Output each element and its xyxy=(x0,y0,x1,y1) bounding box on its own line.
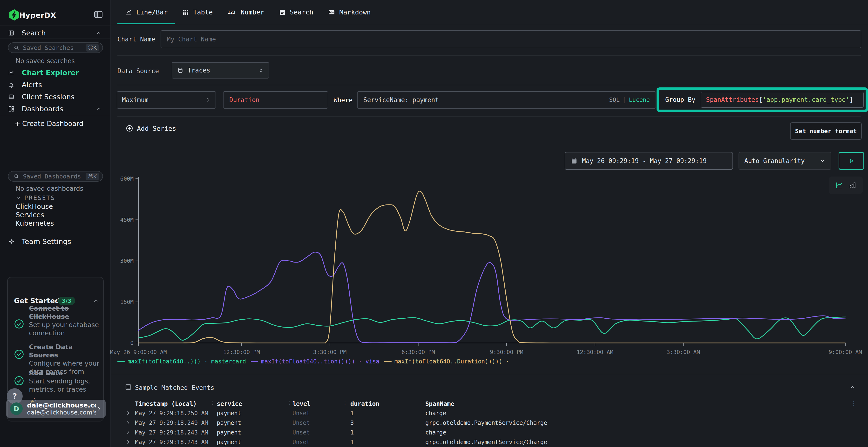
hyperdx-app: HyperDX Search Saved Searches ⌘K No save… xyxy=(0,0,868,447)
dashboards-icon xyxy=(8,105,15,112)
search-icon xyxy=(13,44,20,51)
preset-clickhouse[interactable]: ClickHouse xyxy=(16,203,53,210)
search-icon xyxy=(13,173,20,179)
expand-row-icon[interactable] xyxy=(125,429,131,435)
sidebar-item-chart-explorer[interactable]: Chart Explorer xyxy=(0,67,111,79)
saved-searches-placeholder: Saved Searches xyxy=(23,44,86,51)
plus-icon: + xyxy=(14,119,21,128)
group-by-highlight: Group By SpanAttributes['app.payment.car… xyxy=(656,88,868,112)
user-chip[interactable]: D dale@clickhouse.com dale@clickhouse.co… xyxy=(6,400,105,418)
x-tick-label: 3:30:00 PM xyxy=(313,349,346,355)
plus-circle-icon xyxy=(125,124,133,133)
events-panel-title: Sample Matched Events xyxy=(135,384,214,391)
preset-kubernetes[interactable]: Kubernetes xyxy=(16,219,54,227)
chart-name-label: Chart Name xyxy=(117,36,155,43)
divider xyxy=(117,85,861,85)
presets-toggle[interactable]: PRESETS xyxy=(16,195,55,201)
column-grip-icon[interactable]: ⋮ xyxy=(418,400,424,406)
bell-icon xyxy=(8,81,15,88)
divider xyxy=(112,374,868,374)
sidebar-item-team-settings[interactable]: Team Settings xyxy=(0,236,111,248)
divider xyxy=(117,116,861,116)
checklist-item[interactable]: Connect to ClickHouse Set up your databa… xyxy=(29,304,101,337)
data-source-select[interactable]: Traces xyxy=(172,62,269,78)
chart-legend: maxIf(toFloat64O..))) · mastercardmaxIf(… xyxy=(117,358,509,365)
series-line-series2 xyxy=(138,191,845,343)
saved-dashboards-input[interactable]: Saved Dashboards ⌘K xyxy=(8,171,103,182)
where-input[interactable]: ServiceName: payment SQL | Lucene xyxy=(357,91,656,109)
sql-toggle[interactable]: SQL xyxy=(609,97,619,103)
no-saved-dashboards-text: No saved dashboards xyxy=(16,185,83,192)
sidebar-item-alerts[interactable]: Alerts xyxy=(0,79,111,91)
timeseries-chart[interactable]: 0150M300M450M600MMay 26 9:00:00 AM12:30:… xyxy=(110,175,858,368)
sidebar-item-client-sessions[interactable]: Client Sessions xyxy=(0,91,111,103)
collapse-sidebar-icon[interactable] xyxy=(93,9,104,20)
column-header-service[interactable]: service xyxy=(217,400,242,407)
tab-line-bar[interactable]: Line/Bar xyxy=(117,0,175,24)
line-chart-icon xyxy=(125,8,132,16)
granularity-select[interactable]: Auto Granularity xyxy=(739,152,831,170)
date-range-input[interactable]: May 26 09:29:19 - May 27 09:29:19 xyxy=(565,152,733,170)
tab-table[interactable]: Table xyxy=(175,0,220,24)
column-grip-icon[interactable]: ⋮ xyxy=(287,400,292,406)
column-header-timestamp[interactable]: Timestamp (Local) xyxy=(135,400,197,407)
set-number-format-button[interactable]: Set number format xyxy=(790,122,862,140)
sidebar-section-search[interactable]: Search xyxy=(0,27,111,39)
legend-swatch xyxy=(384,361,392,362)
legend-item-mastercard[interactable]: maxIf(toFloat64O..))) · mastercard xyxy=(117,358,246,365)
tab-search[interactable]: Search xyxy=(272,0,321,24)
x-tick-label: 9:30:00 PM xyxy=(490,349,523,355)
column-grip-icon[interactable]: ⋮ xyxy=(342,400,348,406)
search-doc-icon xyxy=(279,9,286,16)
table-menu-icon[interactable]: ⋮ xyxy=(850,400,857,407)
tab-number[interactable]: 123 Number xyxy=(220,0,272,24)
checklist-item[interactable]: Add Data Start sending logs, metrics, or… xyxy=(29,369,101,393)
sidebar-section-label: Search xyxy=(22,29,46,37)
hyperdx-logo-icon xyxy=(8,9,21,21)
no-saved-searches-text: No saved searches xyxy=(16,57,75,65)
markdown-icon xyxy=(328,9,335,16)
y-tick-label: 300M xyxy=(120,258,133,264)
legend-swatch xyxy=(251,361,258,362)
calendar-icon xyxy=(570,157,578,165)
aggregation-select[interactable]: Maximum xyxy=(117,91,216,109)
sidebar: HyperDX Search Saved Searches ⌘K No save… xyxy=(0,0,111,447)
table-icon xyxy=(182,9,189,16)
chart-name-input[interactable]: My Chart Name xyxy=(161,30,861,48)
divider xyxy=(0,115,111,115)
preset-services[interactable]: Services xyxy=(16,211,44,219)
group-by-input[interactable]: SpanAttributes['app.payment.card_type'] xyxy=(701,92,864,108)
chevron-down-icon xyxy=(16,195,21,201)
laptop-icon xyxy=(8,94,15,100)
divider xyxy=(0,38,111,39)
field-input[interactable]: Duration xyxy=(223,91,328,109)
number-123-icon: 123 xyxy=(227,9,237,16)
chevron-right-icon xyxy=(96,406,102,412)
chevron-up-icon[interactable] xyxy=(93,298,99,304)
divider xyxy=(0,26,111,26)
expand-row-icon[interactable] xyxy=(125,420,131,425)
legend-item-series2[interactable]: maxIf(toFloat64O..Duration))))) · xyxy=(384,358,509,365)
lucene-toggle[interactable]: Lucene xyxy=(629,97,650,103)
tab-markdown[interactable]: Markdown xyxy=(320,0,378,24)
user-sub: dale@clickhouse.com's xyxy=(27,409,96,416)
search-panel-icon xyxy=(8,30,15,36)
play-icon xyxy=(848,157,855,165)
sidebar-item-dashboards[interactable]: Dashboards xyxy=(0,103,111,115)
run-query-button[interactable] xyxy=(839,152,864,170)
saved-searches-input[interactable]: Saved Searches ⌘K xyxy=(8,42,103,53)
create-dashboard-button[interactable]: + Create Dashboard xyxy=(0,117,111,130)
column-grip-icon[interactable]: ⋮ xyxy=(210,400,215,406)
x-tick-label: 3:30:00 AM xyxy=(667,349,700,355)
column-header-level[interactable]: level xyxy=(292,400,311,407)
add-series-button[interactable]: Add Series xyxy=(125,124,176,133)
expand-row-icon[interactable] xyxy=(125,410,131,416)
column-header-spanname[interactable]: SpanName xyxy=(425,400,454,407)
legend-item-visa[interactable]: maxIf(toFloat64O..tion))))) · visa xyxy=(251,358,379,365)
column-header-duration[interactable]: duration xyxy=(350,400,379,407)
get-started-title: Get Started xyxy=(14,297,60,305)
collapse-events-icon[interactable] xyxy=(849,384,856,391)
y-tick-label: 450M xyxy=(120,217,133,223)
expand-row-icon[interactable] xyxy=(125,439,131,445)
check-circle-icon xyxy=(13,349,25,360)
